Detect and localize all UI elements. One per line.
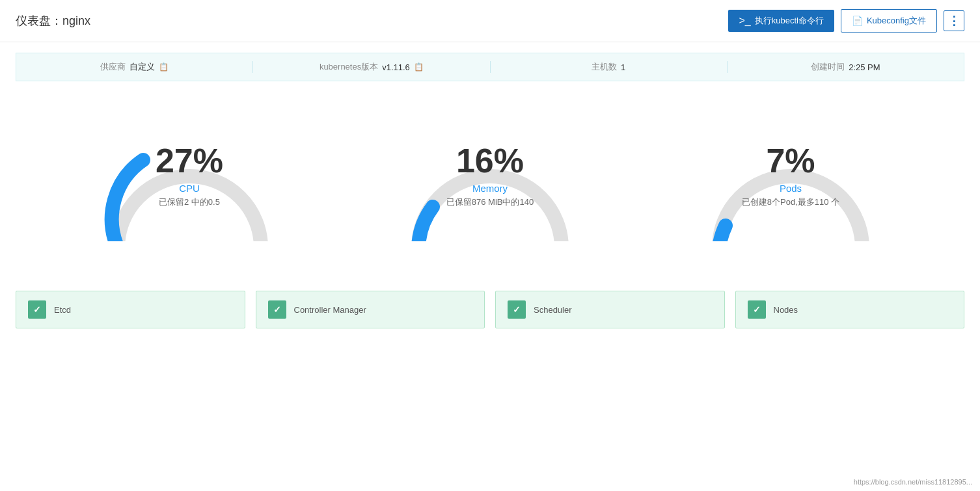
status-nodes: ✓ Nodes bbox=[735, 291, 965, 328]
scheduler-check-icon: ✓ bbox=[508, 300, 526, 319]
etcd-label: Etcd bbox=[54, 305, 71, 315]
status-bar: ✓ Etcd ✓ Controller Manager ✓ Scheduler … bbox=[0, 280, 980, 339]
file-icon: 📄 bbox=[852, 16, 863, 26]
info-host-count: 主机数 1 bbox=[491, 61, 728, 73]
memory-name: Memory bbox=[431, 183, 549, 194]
pods-gauge-text: 7% Pods 已创建8个Pod,最多110 个 bbox=[732, 144, 849, 208]
header-actions: >_ 执行kubectl命令行 📄 Kubeconfig文件 ⋮ bbox=[728, 9, 964, 33]
scheduler-label: Scheduler bbox=[534, 305, 572, 315]
cpu-gauge-text: 27% CPU 已保留2 中的0.5 bbox=[131, 144, 248, 208]
controller-manager-check-icon: ✓ bbox=[268, 300, 286, 319]
pods-percent: 7% bbox=[732, 144, 849, 178]
memory-percent: 16% bbox=[431, 144, 549, 178]
memory-detail: 已保留876 MiB中的140 bbox=[431, 196, 549, 208]
header: 仪表盘：nginx >_ 执行kubectl命令行 📄 Kubeconfig文件… bbox=[0, 0, 980, 42]
status-controller-manager: ✓ Controller Manager bbox=[256, 291, 485, 328]
pods-gauge: 7% Pods 已创建8个Pod,最多110 个 bbox=[687, 111, 895, 241]
nodes-label: Nodes bbox=[774, 305, 798, 315]
memory-gauge-wrapper: 16% Memory 已保留876 MiB中的140 bbox=[399, 111, 581, 241]
copy-version-icon[interactable]: 📋 bbox=[414, 62, 424, 72]
pods-gauge-wrapper: 7% Pods 已创建8个Pod,最多110 个 bbox=[700, 111, 882, 241]
gauges-section: 27% CPU 已保留2 中的0.5 16% Memory 已保留876 MiB… bbox=[0, 92, 980, 267]
pods-name: Pods bbox=[732, 183, 849, 194]
info-provider: 供应商 自定义 📋 bbox=[16, 61, 253, 73]
memory-gauge-text: 16% Memory 已保留876 MiB中的140 bbox=[431, 144, 549, 208]
kubectl-button[interactable]: >_ 执行kubectl命令行 bbox=[728, 10, 834, 32]
etcd-check-icon: ✓ bbox=[28, 300, 46, 319]
info-k8s-version: kubernetes版本 v1.11.6 📋 bbox=[253, 61, 490, 73]
cpu-gauge-wrapper: 27% CPU 已保留2 中的0.5 bbox=[98, 111, 280, 241]
copy-provider-icon[interactable]: 📋 bbox=[159, 62, 169, 72]
more-button[interactable]: ⋮ bbox=[944, 10, 964, 31]
controller-manager-label: Controller Manager bbox=[294, 305, 366, 315]
cpu-percent: 27% bbox=[131, 144, 248, 178]
status-scheduler: ✓ Scheduler bbox=[495, 291, 725, 328]
cpu-name: CPU bbox=[131, 183, 248, 194]
cpu-detail: 已保留2 中的0.5 bbox=[131, 196, 248, 208]
memory-gauge: 16% Memory 已保留876 MiB中的140 bbox=[386, 111, 594, 241]
nodes-check-icon: ✓ bbox=[748, 300, 766, 319]
kubeconfig-button[interactable]: 📄 Kubeconfig文件 bbox=[841, 9, 937, 33]
cpu-gauge: 27% CPU 已保留2 中的0.5 bbox=[85, 111, 293, 241]
info-bar: 供应商 自定义 📋 kubernetes版本 v1.11.6 📋 主机数 1 创… bbox=[16, 53, 964, 81]
pods-detail: 已创建8个Pod,最多110 个 bbox=[732, 196, 849, 208]
watermark: https://blog.csdn.net/miss11812895... bbox=[854, 478, 972, 486]
page-title: 仪表盘：nginx bbox=[16, 13, 90, 29]
more-icon: ⋮ bbox=[948, 14, 960, 28]
terminal-icon: >_ bbox=[739, 15, 750, 27]
info-create-time: 创建时间 2:25 PM bbox=[728, 61, 964, 73]
status-etcd: ✓ Etcd bbox=[16, 291, 245, 328]
